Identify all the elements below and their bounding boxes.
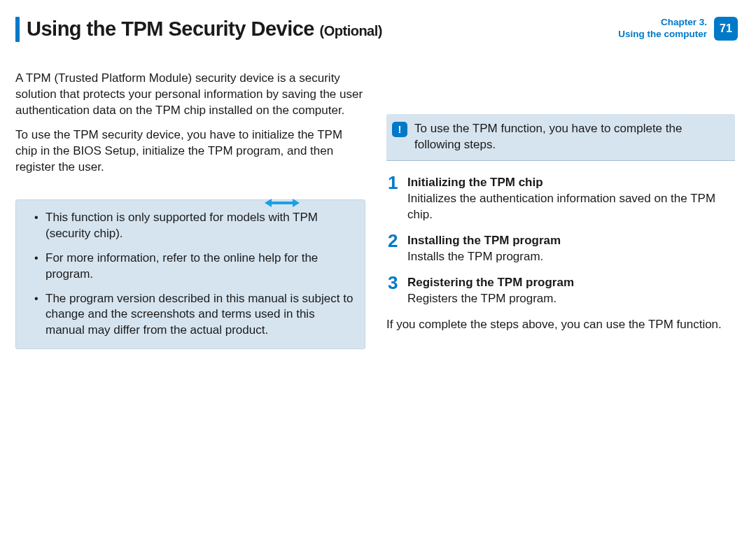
note-item: This function is only supported for mode…	[46, 210, 355, 242]
step-body: Registering the TPM program Registers th…	[407, 275, 574, 307]
alert-icon-glyph: !	[398, 122, 402, 136]
note-list: This function is only supported for mode…	[27, 210, 355, 339]
chapter-line1: Chapter 3.	[618, 17, 707, 29]
step-desc: Registers the TPM program.	[407, 291, 574, 307]
title-accent-bar	[15, 17, 20, 42]
step-item: 3 Registering the TPM program Registers …	[386, 275, 735, 307]
step-title: Registering the TPM program	[407, 276, 574, 289]
alert-text: To use the TPM function, you have to com…	[414, 121, 727, 153]
right-column: ! To use the TPM function, you have to c…	[386, 71, 735, 349]
page-title: Using the TPM Security Device (Optional)	[27, 15, 382, 43]
step-desc: Initializes the authentication informati…	[407, 191, 735, 223]
title-suffix: (Optional)	[320, 23, 382, 38]
step-title: Initializing the TPM chip	[407, 176, 543, 189]
step-title: Installing the TPM program	[407, 234, 561, 247]
title-bar: Using the TPM Security Device (Optional)	[15, 15, 382, 43]
chapter-block: Chapter 3. Using the computer 71	[618, 17, 738, 41]
step-body: Installing the TPM program Installs the …	[407, 233, 561, 265]
chapter-text: Chapter 3. Using the computer	[618, 17, 707, 41]
intro-paragraph-1: A TPM (Trusted Platform Module) security…	[15, 71, 367, 119]
note-box: This function is only supported for mode…	[15, 199, 365, 350]
alert-icon: !	[392, 122, 407, 137]
step-body: Initializing the TPM chip Initializes th…	[407, 175, 735, 223]
step-number: 3	[388, 274, 407, 292]
manual-page: Using the TPM Security Device (Optional)…	[0, 0, 756, 536]
left-column: A TPM (Trusted Platform Module) security…	[15, 71, 367, 349]
step-desc: Installs the TPM program.	[407, 249, 561, 265]
title-main: Using the TPM Security Device	[27, 17, 314, 40]
note-item: For more information, refer to the onlin…	[46, 251, 355, 283]
page-number: 71	[720, 21, 732, 36]
step-number: 1	[388, 174, 407, 192]
page-header: Using the TPM Security Device (Optional)…	[15, 15, 738, 43]
intro-paragraph-2: To use the TPM security device, you have…	[15, 127, 367, 176]
page-number-badge: 71	[714, 17, 738, 41]
info-callout: ! To use the TPM function, you have to c…	[386, 114, 735, 161]
step-number: 2	[388, 232, 407, 250]
content-columns: A TPM (Trusted Platform Module) security…	[15, 71, 738, 349]
step-item: 2 Installing the TPM program Installs th…	[386, 233, 735, 265]
note-item: The program version described in this ma…	[46, 291, 355, 339]
closing-paragraph: If you complete the steps above, you can…	[386, 317, 735, 333]
chapter-line2: Using the computer	[618, 29, 707, 41]
step-item: 1 Initializing the TPM chip Initializes …	[386, 175, 735, 223]
